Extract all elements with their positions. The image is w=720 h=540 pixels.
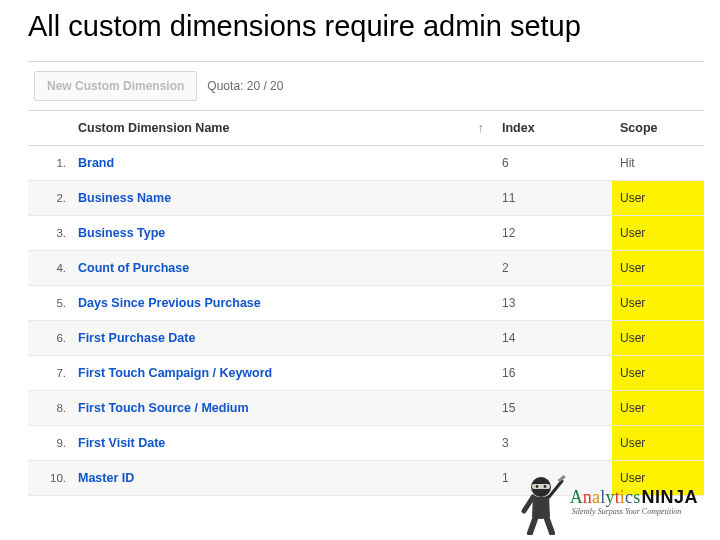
dimension-link[interactable]: First Purchase Date bbox=[78, 331, 195, 345]
row-scope: User bbox=[612, 321, 704, 356]
row-scope: User bbox=[612, 286, 704, 321]
dimension-link[interactable]: Brand bbox=[78, 156, 114, 170]
row-number: 9. bbox=[28, 426, 70, 461]
row-name-cell: Brand bbox=[70, 146, 494, 181]
table-row: 7.First Touch Campaign / Keyword16User bbox=[28, 356, 704, 391]
dimension-link[interactable]: Count of Purchase bbox=[78, 261, 189, 275]
row-index: 11 bbox=[494, 181, 612, 216]
column-header-index[interactable]: Index bbox=[494, 111, 612, 146]
dimension-link[interactable]: First Touch Campaign / Keyword bbox=[78, 366, 272, 380]
sort-ascending-icon: ↑ bbox=[478, 120, 485, 135]
svg-point-2 bbox=[535, 485, 538, 488]
dimension-link[interactable]: Master ID bbox=[78, 471, 134, 485]
column-header-name-label: Custom Dimension Name bbox=[78, 121, 229, 135]
table-row: 8.First Touch Source / Medium15User bbox=[28, 391, 704, 426]
brand-word-ninja: NINJA bbox=[641, 488, 698, 506]
svg-point-3 bbox=[543, 485, 546, 488]
table-row: 1.Brand6Hit bbox=[28, 146, 704, 181]
row-number: 1. bbox=[28, 146, 70, 181]
row-scope: User bbox=[612, 356, 704, 391]
row-number: 2. bbox=[28, 181, 70, 216]
quota-label: Quota: 20 / 20 bbox=[207, 79, 283, 93]
row-scope: User bbox=[612, 181, 704, 216]
row-name-cell: Count of Purchase bbox=[70, 251, 494, 286]
dimension-link[interactable]: First Visit Date bbox=[78, 436, 165, 450]
custom-dimensions-panel: New Custom Dimension Quota: 20 / 20 Cust… bbox=[28, 61, 704, 496]
row-index: 6 bbox=[494, 146, 612, 181]
dimension-link[interactable]: Business Name bbox=[78, 191, 171, 205]
row-index: 12 bbox=[494, 216, 612, 251]
table-row: 9.First Visit Date3User bbox=[28, 426, 704, 461]
custom-dimensions-table: Custom Dimension Name ↑ Index Scope 1.Br… bbox=[28, 111, 704, 496]
column-header-number bbox=[28, 111, 70, 146]
row-index: 15 bbox=[494, 391, 612, 426]
row-name-cell: Business Name bbox=[70, 181, 494, 216]
row-name-cell: Days Since Previous Purchase bbox=[70, 286, 494, 321]
row-number: 5. bbox=[28, 286, 70, 321]
table-row: 4.Count of Purchase2User bbox=[28, 251, 704, 286]
row-index: 16 bbox=[494, 356, 612, 391]
svg-rect-1 bbox=[532, 484, 550, 489]
row-name-cell: First Visit Date bbox=[70, 426, 494, 461]
row-index: 13 bbox=[494, 286, 612, 321]
row-scope: User bbox=[612, 391, 704, 426]
column-header-name[interactable]: Custom Dimension Name ↑ bbox=[70, 111, 494, 146]
row-number: 7. bbox=[28, 356, 70, 391]
column-header-scope[interactable]: Scope bbox=[612, 111, 704, 146]
table-row: 3.Business Type12User bbox=[28, 216, 704, 251]
row-name-cell: Master ID bbox=[70, 461, 494, 496]
row-scope: User bbox=[612, 251, 704, 286]
dimension-link[interactable]: Business Type bbox=[78, 226, 165, 240]
row-number: 3. bbox=[28, 216, 70, 251]
row-scope: User bbox=[612, 426, 704, 461]
toolbar: New Custom Dimension Quota: 20 / 20 bbox=[28, 62, 704, 111]
dimension-link[interactable]: Days Since Previous Purchase bbox=[78, 296, 261, 310]
brand-tagline: Silently Surpass Your Competition bbox=[572, 508, 698, 516]
row-name-cell: First Touch Source / Medium bbox=[70, 391, 494, 426]
table-row: 2.Business Name11User bbox=[28, 181, 704, 216]
brand-text: Analytics NINJA Silently Surpass Your Co… bbox=[570, 488, 698, 516]
row-index: 3 bbox=[494, 426, 612, 461]
row-scope: User bbox=[612, 216, 704, 251]
row-number: 6. bbox=[28, 321, 70, 356]
dimension-link[interactable]: First Touch Source / Medium bbox=[78, 401, 249, 415]
row-name-cell: First Touch Campaign / Keyword bbox=[70, 356, 494, 391]
row-scope: Hit bbox=[612, 146, 704, 181]
row-number: 10. bbox=[28, 461, 70, 496]
brand-word-analytics: Analytics bbox=[570, 488, 641, 506]
row-name-cell: First Purchase Date bbox=[70, 321, 494, 356]
row-index: 14 bbox=[494, 321, 612, 356]
table-row: 6.First Purchase Date14User bbox=[28, 321, 704, 356]
row-index: 2 bbox=[494, 251, 612, 286]
table-row: 5.Days Since Previous Purchase13User bbox=[28, 286, 704, 321]
row-name-cell: Business Type bbox=[70, 216, 494, 251]
row-number: 8. bbox=[28, 391, 70, 426]
ninja-icon bbox=[516, 475, 566, 535]
new-custom-dimension-button[interactable]: New Custom Dimension bbox=[34, 71, 197, 101]
page-title: All custom dimensions require admin setu… bbox=[0, 0, 720, 61]
brand-footer: Analytics NINJA Silently Surpass Your Co… bbox=[516, 472, 698, 532]
row-number: 4. bbox=[28, 251, 70, 286]
